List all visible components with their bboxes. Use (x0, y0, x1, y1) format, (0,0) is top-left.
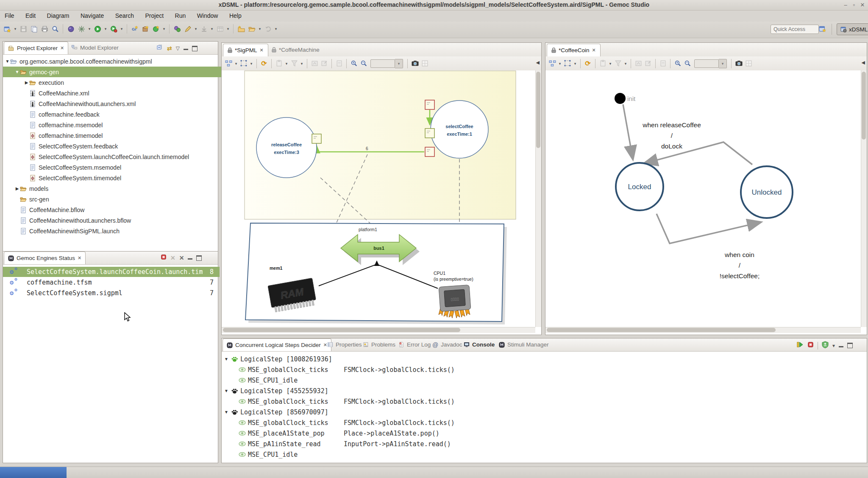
tab-coffeecoin[interactable]: *CoffeeCoin ✕ (547, 44, 601, 56)
port-output-releasecoffee[interactable] (312, 134, 321, 143)
vertical-scrollbar[interactable] (535, 70, 541, 327)
clipboard-icon[interactable] (659, 59, 667, 68)
snapshot-camera-icon[interactable] (411, 59, 419, 68)
open-perspective-icon[interactable] (819, 25, 826, 34)
mse-row[interactable]: MSE_pA1inState_read InputPort->pA1inStat… (239, 439, 451, 449)
tab-console[interactable]: Console (460, 338, 498, 351)
new-package-icon[interactable] (141, 24, 150, 34)
horizontal-scrollbar[interactable] (222, 327, 535, 333)
run-icon[interactable] (93, 24, 102, 34)
dispose-all-engines-icon[interactable]: ✕ (179, 254, 184, 261)
open-folder-icon[interactable] (247, 24, 256, 34)
maximize-window-button[interactable]: ▫ (850, 2, 858, 8)
stop-engine-icon[interactable] (807, 341, 814, 349)
undo-dropdown[interactable]: ▾ (274, 27, 278, 31)
filter-icon[interactable] (614, 59, 622, 68)
mse-row[interactable]: MSE_CPU1_idle (239, 375, 344, 386)
collapse-all-icon[interactable] (156, 44, 163, 53)
mse-row[interactable]: MSE_globalClock_ticks FSMClock->globalCl… (239, 417, 455, 428)
new-class-icon[interactable] (151, 24, 161, 34)
tab-stimuli-manager[interactable]: Stimuli Manager (495, 338, 553, 351)
expander-icon[interactable]: ▼ (5, 59, 10, 64)
stop-engine-icon[interactable] (161, 254, 167, 262)
reference-icon[interactable] (77, 24, 86, 34)
close-tab-icon[interactable]: ✕ (78, 255, 81, 261)
maximize-view-icon[interactable] (192, 46, 198, 51)
annotate-dropdown[interactable]: ▾ (194, 27, 198, 31)
menu-run[interactable]: Run (170, 11, 191, 21)
dispose-engine-icon[interactable]: ✕ (170, 254, 175, 261)
tab-coffeemachine[interactable]: *CoffeeMachine (267, 44, 324, 56)
run-dropdown[interactable]: ▾ (103, 27, 108, 31)
maximize-view-icon[interactable] (847, 343, 853, 348)
select-mode-icon[interactable] (239, 59, 248, 68)
tree-item-msemodel[interactable]: coffemachine.msemodel (3, 120, 240, 130)
expander-icon[interactable]: ▼ (14, 70, 20, 74)
transition-locked-to-unlocked[interactable] (657, 214, 760, 243)
close-tab-icon[interactable]: ✕ (592, 48, 596, 53)
engine-row[interactable]: ⚙⚙ SelectCoffeeSystem.sigpml 7 (3, 288, 220, 298)
filter-dropdown[interactable]: ▾ (300, 61, 304, 66)
tree-item-coffeemachine-xml[interactable]: CoffeeMachine.xml (3, 88, 240, 98)
paste-dropdown[interactable]: ▾ (608, 61, 612, 66)
tree-item-execution[interactable]: ▶ execution (3, 77, 240, 88)
tree-item-cm-bflow[interactable]: CoffeeMachine.bflow (3, 204, 231, 215)
save-icon[interactable] (19, 24, 28, 34)
select-mode-dropdown[interactable]: ▾ (573, 61, 577, 66)
layout-icon[interactable] (548, 59, 556, 68)
expander-icon[interactable]: ▶ (14, 186, 20, 191)
close-window-button[interactable]: ✕ (859, 2, 866, 8)
clipboard-icon[interactable] (335, 59, 343, 68)
zoom-dropdown[interactable]: ▾ (719, 59, 727, 68)
export-diagram-icon[interactable] (310, 59, 319, 68)
tree-item-feedback[interactable]: coffemachine.feedback (3, 109, 240, 120)
expander-icon[interactable]: ▼ (224, 410, 231, 414)
tree-item-scs-timemodel[interactable]: SelectCoffeeSystem.timemodel (3, 173, 240, 183)
zoom-out-icon[interactable] (683, 59, 692, 68)
menu-project[interactable]: Project (140, 11, 168, 21)
actor-releasecoffee[interactable] (256, 117, 317, 178)
tree-item-coffeemachine-nolaunch-xml[interactable]: CoffeeMachinewithoutLaunchers.xml (3, 98, 240, 109)
perspective-button-xdsml[interactable]: xDSML (837, 23, 868, 35)
sigpml-diagram-canvas[interactable]: platform1 bus1 mem1 RAM CPU1 (is preempt… (222, 70, 535, 327)
tree-item-models[interactable]: ▶ models (3, 183, 231, 194)
new-wizard-icon[interactable] (3, 24, 12, 34)
export-diagram-icon[interactable] (634, 59, 643, 68)
tab-sigpml[interactable]: *SigPML ✕ (223, 44, 268, 56)
tab-model-explorer[interactable]: Model Explorer (67, 42, 122, 54)
quick-access-input[interactable] (771, 25, 819, 34)
zoom-in-icon[interactable] (673, 59, 682, 68)
minimize-view-icon[interactable] (184, 49, 188, 50)
zoom-out-icon[interactable] (359, 59, 368, 68)
maximize-view-icon[interactable] (196, 255, 202, 261)
minimize-view-icon[interactable] (188, 258, 192, 260)
table-dropdown[interactable]: ▾ (226, 27, 230, 31)
minimize-window-button[interactable]: – (842, 2, 849, 8)
layout-icon[interactable] (224, 59, 233, 68)
paste-icon[interactable] (598, 59, 607, 68)
snapshot-camera-icon[interactable] (734, 59, 743, 68)
annotate-pencil-icon[interactable] (183, 24, 192, 34)
reference-dropdown[interactable]: ▾ (87, 27, 92, 31)
decider-shield-icon[interactable] (822, 341, 829, 350)
tab-problems[interactable]: Problems (359, 338, 399, 351)
web-sphere-icon[interactable] (66, 24, 75, 34)
menu-edit[interactable]: Edit (21, 11, 40, 21)
collapse-palette-icon[interactable]: ◀ (862, 60, 865, 65)
menu-diagram[interactable]: Diagram (42, 11, 74, 21)
new-folder-icon[interactable] (236, 24, 246, 34)
mse-row[interactable]: MSE_CPU1_idle (239, 449, 344, 460)
initial-state-node[interactable] (615, 93, 626, 104)
debug-icon[interactable] (109, 24, 118, 34)
layout-dropdown[interactable]: ▾ (234, 61, 238, 66)
new-wizard-dropdown[interactable]: ▾ (13, 27, 17, 31)
select-mode-dropdown[interactable]: ▾ (249, 61, 253, 66)
edit-mode-icon[interactable] (644, 59, 652, 68)
tab-gemoc-engines-status[interactable]: Gemoc Engines Status ✕ (4, 252, 86, 264)
filter-dropdown[interactable]: ▾ (623, 61, 628, 66)
paste-dropdown[interactable]: ▾ (284, 61, 289, 66)
new-gr-icon[interactable]: Gr (130, 24, 139, 34)
vertical-scrollbar[interactable] (861, 70, 867, 327)
expander-icon[interactable]: ▼ (224, 357, 231, 361)
tree-item-gemoc-gen[interactable]: ▼ gemoc-gen (3, 67, 231, 77)
